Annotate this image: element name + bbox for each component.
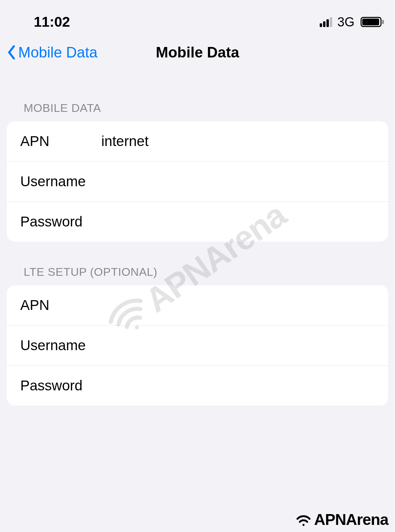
username-field[interactable]: [101, 173, 375, 190]
password-field[interactable]: [101, 214, 375, 230]
row-label-lte-password: Password: [20, 378, 101, 394]
lte-apn-field[interactable]: [101, 297, 375, 313]
section-lte: LTE SETUP (OPTIONAL) APN Username Passwo…: [7, 265, 388, 406]
card-lte: APN Username Password: [7, 285, 388, 406]
status-indicators: 3G: [320, 15, 381, 29]
row-lte-username[interactable]: Username: [7, 325, 388, 366]
status-bar: 11:02 3G: [0, 0, 395, 37]
lte-username-field[interactable]: [101, 337, 375, 354]
row-lte-apn[interactable]: APN: [7, 285, 388, 325]
section-header-mobile-data: MOBILE DATA: [7, 101, 388, 121]
wifi-icon: [295, 511, 312, 528]
brand-name: APNArena: [314, 510, 388, 529]
chevron-left-icon: [7, 45, 16, 60]
card-mobile-data: APN Username Password: [7, 121, 388, 242]
network-type-label: 3G: [337, 15, 354, 29]
row-label-lte-apn: APN: [20, 297, 101, 313]
back-button-label: Mobile Data: [18, 44, 98, 61]
row-mobile-data-username[interactable]: Username: [7, 162, 388, 202]
row-label-apn: APN: [20, 133, 101, 149]
page-title: Mobile Data: [156, 44, 239, 61]
content: MOBILE DATA APN Username Password LTE SE…: [0, 101, 395, 406]
status-time: 11:02: [34, 14, 70, 30]
row-label-lte-username: Username: [20, 337, 101, 354]
apn-field[interactable]: [101, 133, 375, 149]
signal-strength-icon: [320, 17, 332, 27]
navigation-bar: Mobile Data Mobile Data: [0, 37, 395, 71]
row-label-username: Username: [20, 173, 101, 190]
row-mobile-data-password[interactable]: Password: [7, 202, 388, 242]
section-mobile-data: MOBILE DATA APN Username Password: [7, 101, 388, 242]
row-mobile-data-apn[interactable]: APN: [7, 121, 388, 162]
battery-icon: [361, 17, 381, 27]
row-label-password: Password: [20, 214, 101, 230]
brand-logo: APNArena: [295, 510, 388, 529]
lte-password-field[interactable]: [101, 378, 375, 394]
section-header-lte: LTE SETUP (OPTIONAL): [7, 265, 388, 285]
back-button[interactable]: Mobile Data: [7, 44, 98, 61]
row-lte-password[interactable]: Password: [7, 366, 388, 406]
